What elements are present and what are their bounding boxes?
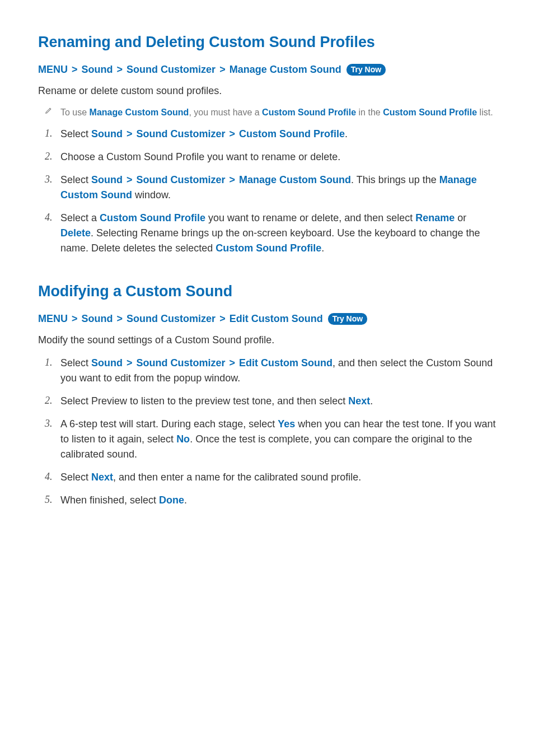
chevron-icon: > [71, 313, 79, 324]
intro-text: Rename or delete custom sound profiles. [38, 84, 496, 98]
note-segment: , you must have a [189, 108, 262, 117]
term-manage-custom-sound: Manage Custom Sound [90, 108, 189, 117]
term-sound-customizer: Sound Customizer [137, 128, 226, 139]
step-number: 5. [45, 493, 60, 507]
intro-text: Modify the sound settings of a Custom So… [38, 333, 496, 347]
note-segment: list. [477, 108, 493, 117]
chevron-icon: > [218, 313, 227, 324]
step-item: 1. Select Sound > Sound Customizer > Cus… [45, 127, 496, 142]
term-custom-sound-profile: Custom Sound Profile [239, 128, 345, 139]
step-segment: , and then enter a name for the calibrat… [113, 472, 361, 483]
step-number: 1. [45, 127, 60, 141]
step-segment: . [184, 494, 187, 506]
step-body: Select Sound > Sound Customizer > Custom… [60, 127, 348, 142]
step-segment: . [345, 128, 348, 139]
note-row: To use Manage Custom Sound, you must hav… [38, 106, 496, 119]
pencil-icon [45, 106, 60, 116]
step-number: 4. [45, 470, 60, 484]
section-title-modifying: Modifying a Custom Sound [38, 283, 496, 300]
term-custom-sound-profile: Custom Sound Profile [100, 212, 205, 223]
steps-list-section2: 1. Select Sound > Sound Customizer > Edi… [38, 356, 496, 508]
breadcrumb-sound-customizer: Sound Customizer [127, 313, 216, 324]
step-segment: Select Preview to listen to the preview … [60, 395, 348, 407]
note-text: To use Manage Custom Sound, you must hav… [60, 106, 493, 119]
step-body: Select Preview to listen to the preview … [60, 394, 373, 409]
manual-page: Renaming and Deleting Custom Sound Profi… [0, 0, 534, 575]
breadcrumb-menu: MENU [38, 313, 68, 324]
term-yes: Yes [278, 418, 295, 430]
breadcrumb-manage-custom-sound-leaf: Manage Custom Sound [229, 64, 341, 75]
term-manage-custom-sound: Manage Custom Sound [239, 174, 351, 185]
step-segment: . [321, 242, 324, 254]
term-edit-custom-sound: Edit Custom Sound [239, 357, 332, 368]
term-sound-customizer: Sound Customizer [137, 357, 226, 368]
term-custom-sound-profile: Custom Sound Profile [262, 108, 356, 117]
try-now-button[interactable]: Try Now [346, 64, 386, 76]
step-segment: Select [60, 174, 91, 185]
step-segment: you want to rename or delete, and then s… [205, 212, 415, 223]
step-body: Select Next, and then enter a name for t… [60, 470, 361, 485]
step-segment: . [370, 395, 373, 407]
breadcrumb-edit-custom-sound-leaf: Edit Custom Sound [229, 313, 323, 324]
step-item: 5. When finished, select Done. [45, 493, 496, 508]
term-custom-sound-profile: Custom Sound Profile [383, 108, 477, 117]
breadcrumb-sound: Sound [82, 313, 113, 324]
breadcrumb-sound-customizer: Sound Customizer [127, 64, 216, 75]
chevron-icon: > [116, 64, 124, 75]
term-rename: Rename [415, 212, 455, 223]
breadcrumb-manage-custom-sound: MENU > Sound > Sound Customizer > Manage… [38, 63, 496, 76]
chevron-icon: > [218, 64, 227, 75]
term-done: Done [159, 494, 184, 506]
section-title-renaming: Renaming and Deleting Custom Sound Profi… [38, 34, 496, 51]
step-number: 3. [45, 417, 60, 431]
step-segment: Select [60, 357, 91, 368]
step-number: 2. [45, 394, 60, 408]
step-item: 4. Select Next, and then enter a name fo… [45, 470, 496, 485]
step-item: 3. A 6-step test will start. During each… [45, 417, 496, 462]
step-number: 2. [45, 150, 60, 164]
step-segment: Select [60, 128, 91, 139]
note-segment: in the [356, 108, 383, 117]
step-item: 2. Select Preview to listen to the previ… [45, 394, 496, 409]
step-segment: window. [132, 189, 171, 200]
step-item: 1. Select Sound > Sound Customizer > Edi… [45, 356, 496, 386]
section-modifying: Modifying a Custom Sound MENU > Sound > … [38, 283, 496, 508]
step-item: 2. Choose a Custom Sound Profile you wan… [45, 150, 496, 165]
breadcrumb-menu: MENU [38, 64, 68, 75]
step-segment: When finished, select [60, 494, 159, 506]
term-delete: Delete [60, 227, 91, 239]
step-segment: A 6-step test will start. During each st… [60, 418, 278, 430]
chevron-icon: > [123, 174, 137, 185]
step-body: Select Sound > Sound Customizer > Edit C… [60, 356, 496, 386]
chevron-icon: > [123, 357, 137, 368]
breadcrumb-edit-custom-sound: MENU > Sound > Sound Customizer > Edit C… [38, 312, 496, 325]
step-segment: or [455, 212, 466, 223]
term-sound: Sound [91, 174, 123, 185]
step-segment: Select [60, 472, 91, 483]
step-body: Select a Custom Sound Profile you want t… [60, 211, 496, 256]
chevron-icon: > [123, 128, 137, 139]
step-body: A 6-step test will start. During each st… [60, 417, 496, 462]
term-sound-customizer: Sound Customizer [137, 174, 226, 185]
step-body: When finished, select Done. [60, 493, 187, 508]
note-segment: To use [60, 108, 90, 117]
step-number: 3. [45, 172, 60, 186]
step-body: Choose a Custom Sound Profile you want t… [60, 150, 340, 165]
chevron-icon: > [116, 313, 124, 324]
chevron-icon: > [226, 128, 240, 139]
term-next: Next [348, 395, 370, 407]
step-segment: . This brings up the [351, 174, 439, 185]
step-item: 4. Select a Custom Sound Profile you wan… [45, 211, 496, 256]
chevron-icon: > [226, 174, 240, 185]
term-no: No [176, 433, 190, 445]
term-sound: Sound [91, 128, 123, 139]
term-sound: Sound [91, 357, 123, 368]
breadcrumb-sound: Sound [82, 64, 113, 75]
term-next: Next [91, 472, 113, 483]
step-body: Select Sound > Sound Customizer > Manage… [60, 172, 496, 203]
step-item: 3. Select Sound > Sound Customizer > Man… [45, 172, 496, 203]
try-now-button[interactable]: Try Now [328, 313, 367, 325]
chevron-icon: > [226, 357, 240, 368]
steps-list-section1: 1. Select Sound > Sound Customizer > Cus… [38, 127, 496, 256]
step-number: 1. [45, 356, 60, 370]
